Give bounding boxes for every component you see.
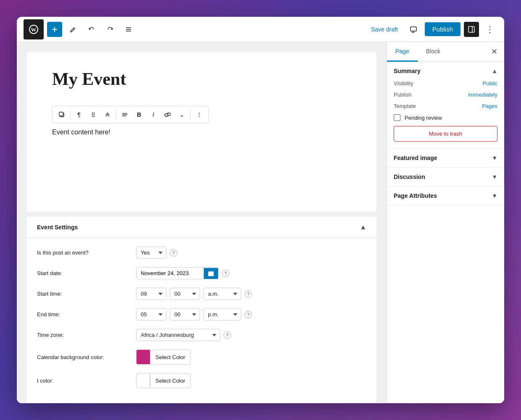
featured-image-title: Featured image <box>394 155 437 161</box>
event-settings-panel: Event Settings ▲ Is this post an event? … <box>27 217 376 403</box>
end-time-row: End time: 05060708 00153045 p.m.a.m. <box>37 308 366 320</box>
svg-point-17 <box>94 114 95 116</box>
pending-review-checkbox[interactable] <box>394 114 400 121</box>
block-more-options-button[interactable]: ⋮ <box>192 108 206 121</box>
pending-review-row: Pending review <box>394 114 497 121</box>
template-row: Template Pages <box>394 103 497 109</box>
topbar: W Save draft Publish ⋮ <box>17 17 504 42</box>
timezone-control: Africa / Johannesburg UTC America / New_… <box>136 329 231 341</box>
start-date-label: Start date: <box>37 270 129 276</box>
template-label: Template <box>394 103 416 109</box>
calendar-text-color-button[interactable]: Select Color <box>136 373 191 388</box>
edit-tool-button[interactable] <box>66 22 81 37</box>
sidebar-featured-image-header[interactable]: Featured image ▼ <box>387 149 504 167</box>
undo-button[interactable] <box>84 22 99 37</box>
is-event-select[interactable]: Yes No <box>136 247 166 259</box>
event-settings-header[interactable]: Event Settings ▲ <box>27 217 376 238</box>
end-time-label: End time: <box>37 311 129 318</box>
bold-button[interactable]: B <box>132 108 146 121</box>
svg-point-14 <box>92 113 93 114</box>
timezone-select[interactable]: Africa / Johannesburg UTC America / New_… <box>136 329 220 341</box>
calendar-text-color-label-text: Select Color <box>150 375 190 386</box>
summary-title: Summary <box>394 68 421 74</box>
sidebar-page-attributes-section: Page Attributes ▼ <box>387 186 504 205</box>
end-hour-select[interactable]: 05060708 <box>136 308 166 320</box>
sidebar-featured-image-section: Featured image ▼ <box>387 149 504 168</box>
italic-button[interactable]: I <box>147 108 160 121</box>
preview-button[interactable] <box>406 22 421 37</box>
svg-rect-7 <box>410 27 416 31</box>
is-event-control: Yes No ? <box>136 247 177 259</box>
link-button[interactable] <box>161 108 174 121</box>
svg-point-18 <box>92 116 93 117</box>
visibility-label: Visibility <box>394 80 413 87</box>
move-up-button[interactable] <box>101 108 114 121</box>
start-date-input[interactable] <box>137 268 204 279</box>
svg-rect-13 <box>59 112 63 116</box>
discussion-chevron-icon: ▼ <box>492 173 497 180</box>
template-value[interactable]: Pages <box>482 103 497 109</box>
end-time-control: 05060708 00153045 p.m.a.m. ? <box>136 308 252 320</box>
timezone-help-icon: ? <box>224 331 231 339</box>
start-ampm-select[interactable]: a.m.p.m. <box>203 288 241 300</box>
wp-logo: W <box>24 19 44 39</box>
end-min-select[interactable]: 00153045 <box>170 308 200 320</box>
page-attributes-chevron-icon: ▼ <box>492 192 497 199</box>
start-min-select[interactable]: 00153045 <box>170 288 200 300</box>
svg-rect-10 <box>468 26 474 32</box>
event-settings-body: Is this post an event? Yes No ? Start da… <box>27 238 376 403</box>
editor-content: My Event ¶ <box>27 52 376 212</box>
paragraph-type-button[interactable]: ¶ <box>72 108 86 121</box>
visibility-value[interactable]: Public <box>483 80 497 87</box>
publish-value[interactable]: Immediately <box>468 92 497 98</box>
calendar-bg-color-swatch <box>137 350 150 364</box>
sidebar-summary-header[interactable]: Summary ▲ <box>387 62 504 80</box>
is-event-row: Is this post an event? Yes No ? <box>37 247 366 259</box>
tab-block[interactable]: Block <box>418 42 449 62</box>
main-layout: My Event ¶ <box>17 42 504 403</box>
add-block-button[interactable] <box>47 22 62 37</box>
page-attributes-title: Page Attributes <box>394 192 437 199</box>
list-view-button[interactable] <box>121 22 136 37</box>
calendar-text-color-row: t color: Select Color <box>37 373 366 388</box>
more-rich-text-button[interactable]: ⌄ <box>175 108 189 121</box>
calendar-bg-color-button[interactable]: Select Color <box>136 349 191 365</box>
collapse-event-settings-button[interactable]: ▲ <box>360 223 366 231</box>
calendar-text-color-control: Select Color <box>136 373 191 388</box>
sidebar-toggle-button[interactable] <box>464 22 479 37</box>
timezone-row: Time zone: Africa / Johannesburg UTC Ame… <box>37 329 366 341</box>
end-ampm-select[interactable]: p.m.a.m. <box>203 308 241 320</box>
pending-review-label: Pending review <box>405 115 442 121</box>
save-draft-button[interactable]: Save draft <box>366 24 403 35</box>
post-title[interactable]: My Event <box>52 69 351 89</box>
copy-block-button[interactable] <box>55 108 68 121</box>
align-button[interactable] <box>118 108 132 121</box>
sidebar-tabs: Page Block ✕ <box>387 42 504 62</box>
move-to-trash-button[interactable]: Move to trash <box>394 126 497 142</box>
event-settings-title: Event Settings <box>37 224 78 231</box>
sidebar-discussion-header[interactable]: Discussion ▼ <box>387 168 504 186</box>
sidebar-summary-section: Summary ▲ Visibility Public Publish Imme… <box>387 62 504 149</box>
calendar-text-color-label: t color: <box>37 378 129 384</box>
publish-button[interactable]: Publish <box>425 22 460 36</box>
sidebar-summary-body: Visibility Public Publish Immediately Te… <box>387 80 504 148</box>
svg-rect-23 <box>208 272 213 276</box>
redo-button[interactable] <box>103 22 118 37</box>
start-hour-select[interactable]: 09101112 <box>136 288 166 300</box>
discussion-title: Discussion <box>394 173 425 180</box>
drag-handle-button[interactable] <box>87 108 100 121</box>
start-date-control: ? <box>136 267 229 279</box>
start-date-input-wrap <box>136 267 218 279</box>
tab-page[interactable]: Page <box>387 42 418 62</box>
start-time-row: Start time: 09101112 00153045 a.m.p.m. <box>37 288 366 300</box>
block-content: Event content here! <box>52 129 351 136</box>
svg-point-19 <box>94 116 95 117</box>
start-time-label: Start time: <box>37 291 129 297</box>
sidebar-close-button[interactable]: ✕ <box>484 44 504 60</box>
start-date-calendar-button[interactable] <box>204 268 218 279</box>
publish-row: Publish Immediately <box>394 92 497 98</box>
more-options-button[interactable]: ⋮ <box>482 22 497 37</box>
sidebar-page-attributes-header[interactable]: Page Attributes ▼ <box>387 186 504 205</box>
calendar-text-color-swatch <box>137 373 150 388</box>
is-event-help-icon: ? <box>170 249 177 257</box>
